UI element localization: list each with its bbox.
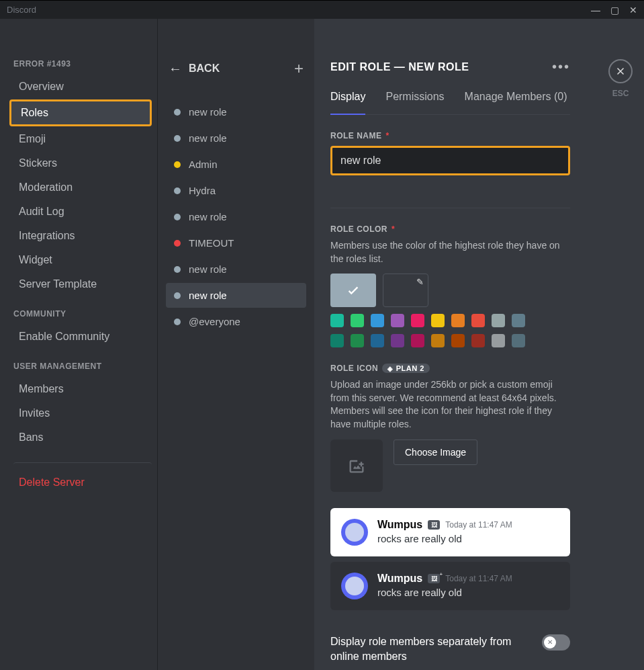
avatar (341, 519, 368, 546)
role-color-dot (174, 135, 181, 142)
role-item[interactable]: TIMEOUT (166, 231, 306, 255)
plan-badge: ◈PLAN 2 (382, 364, 430, 373)
tab-manage[interactable]: Manage Members (0) (465, 91, 567, 114)
color-swatch[interactable] (512, 334, 525, 347)
tab-display[interactable]: Display (330, 91, 365, 115)
color-swatch[interactable] (351, 314, 364, 327)
color-swatch[interactable] (471, 314, 485, 327)
custom-color-button[interactable]: ✎ (383, 274, 428, 307)
display-separately-toggle[interactable] (542, 634, 570, 651)
role-item[interactable]: Hydra (166, 178, 306, 203)
role-item[interactable]: new role (166, 99, 306, 124)
color-swatch[interactable] (492, 334, 505, 347)
color-swatch[interactable] (451, 334, 465, 347)
role-color-dot (174, 292, 181, 299)
maximize-button[interactable]: ▢ (605, 2, 624, 18)
gem-icon: ◈ (387, 365, 394, 372)
display-separately-label: Display role members separately from onl… (330, 634, 528, 665)
color-swatch[interactable] (411, 314, 424, 327)
role-color-dot (174, 187, 181, 194)
sidebar-item-invites[interactable]: Invites (13, 402, 152, 425)
sidebar-item-roles[interactable]: Roles (9, 99, 152, 126)
role-name-input[interactable] (330, 146, 570, 175)
color-swatch[interactable] (512, 314, 525, 327)
back-button[interactable]: ← BACK (169, 61, 220, 77)
color-swatch[interactable] (431, 334, 445, 347)
preview-username: Wumpus (377, 519, 422, 531)
sidebar-item-server-template[interactable]: Server Template (13, 273, 152, 296)
role-item[interactable]: new role (166, 283, 306, 308)
role-item[interactable]: @everyone (166, 309, 306, 334)
more-menu-icon[interactable]: ••• (552, 59, 570, 75)
sidebar-item-widget[interactable]: Widget (13, 249, 152, 271)
roles-list-panel: ← BACK + new rolenew roleAdminHydranew r… (157, 19, 314, 670)
color-swatch[interactable] (411, 334, 424, 347)
preview-timestamp: Today at 11:47 AM (445, 574, 512, 583)
role-color-dot (174, 109, 181, 116)
message-preview-light: Wumpus 🖼+ Today at 11:47 AM rocks are re… (330, 508, 570, 556)
arrow-left-icon: ← (169, 61, 182, 77)
close-settings-button[interactable] (608, 59, 633, 83)
color-swatch[interactable] (351, 334, 364, 347)
color-swatch[interactable] (391, 314, 404, 327)
role-item[interactable]: new role (166, 204, 306, 229)
add-role-button[interactable]: + (294, 59, 304, 78)
role-name-label: new role (189, 211, 227, 222)
role-item[interactable]: Admin (166, 152, 306, 177)
sidebar-item-bans[interactable]: Bans (13, 426, 152, 449)
minimize-button[interactable]: — (586, 2, 605, 18)
role-color-dot (174, 214, 181, 220)
user-management-header: USER MANAGEMENT (13, 362, 152, 371)
role-name-label: new role (189, 290, 227, 301)
color-swatch[interactable] (471, 334, 485, 347)
close-button[interactable]: ✕ (624, 2, 643, 18)
role-name-label: ROLE NAME* (330, 131, 570, 140)
role-name-label: new role (189, 106, 227, 118)
role-icon-desc: Upload an image under 256kb or pick a cu… (330, 378, 570, 431)
tab-permissions[interactable]: Permissions (385, 91, 444, 114)
preview-timestamp: Today at 11:47 AM (445, 520, 512, 530)
sidebar-item-emoji[interactable]: Emoji (13, 128, 152, 151)
role-name-label: new role (189, 263, 227, 275)
color-swatch[interactable] (330, 314, 344, 327)
sidebar-item-overview[interactable]: Overview (13, 75, 152, 98)
settings-sidebar: ERROR #1493 OverviewRolesEmojiStickersMo… (0, 19, 157, 670)
message-preview-dark: Wumpus 🖼+ Today at 11:47 AM rocks are re… (330, 562, 570, 610)
avatar (341, 573, 368, 599)
image-plus-icon (347, 456, 366, 475)
role-item[interactable]: new role (166, 257, 306, 282)
role-color-dot (174, 319, 181, 325)
toggle-knob (544, 636, 556, 648)
color-swatch[interactable] (330, 334, 344, 347)
color-swatch[interactable] (451, 314, 465, 327)
sidebar-item-integrations[interactable]: Integrations (13, 224, 152, 247)
role-name-label: Hydra (189, 185, 216, 196)
window-controls: — ▢ ✕ (586, 2, 643, 18)
role-name-label: TIMEOUT (189, 237, 234, 249)
esc-label: ESC (612, 89, 629, 98)
sidebar-item-enable-community[interactable]: Enable Community (13, 325, 152, 348)
preview-username: Wumpus (377, 573, 422, 585)
color-swatch[interactable] (492, 314, 505, 327)
sidebar-item-stickers[interactable]: Stickers (13, 152, 152, 175)
sidebar-item-audit-log[interactable]: Audit Log (13, 200, 152, 223)
icon-upload-dropzone[interactable] (330, 439, 383, 492)
default-color-button[interactable] (330, 274, 376, 307)
pencil-icon: ✎ (416, 277, 424, 287)
role-color-dot (174, 161, 181, 168)
close-icon (614, 65, 627, 77)
choose-image-button[interactable]: Choose Image (394, 439, 477, 465)
delete-server-button[interactable]: Delete Server (13, 462, 152, 494)
role-icon-badge: 🖼+ (428, 520, 440, 530)
role-item[interactable]: new role (166, 126, 306, 151)
color-swatch[interactable] (391, 334, 404, 347)
back-label: BACK (189, 62, 220, 75)
preview-message: rocks are really old (377, 532, 512, 546)
edit-role-pane: EDIT ROLE — NEW ROLE ••• DisplayPermissi… (314, 19, 597, 670)
color-swatch[interactable] (371, 334, 384, 347)
role-color-dot (174, 266, 181, 273)
color-swatch[interactable] (371, 314, 384, 327)
sidebar-item-moderation[interactable]: Moderation (13, 176, 152, 199)
sidebar-item-members[interactable]: Members (13, 378, 152, 401)
color-swatch[interactable] (431, 314, 445, 327)
